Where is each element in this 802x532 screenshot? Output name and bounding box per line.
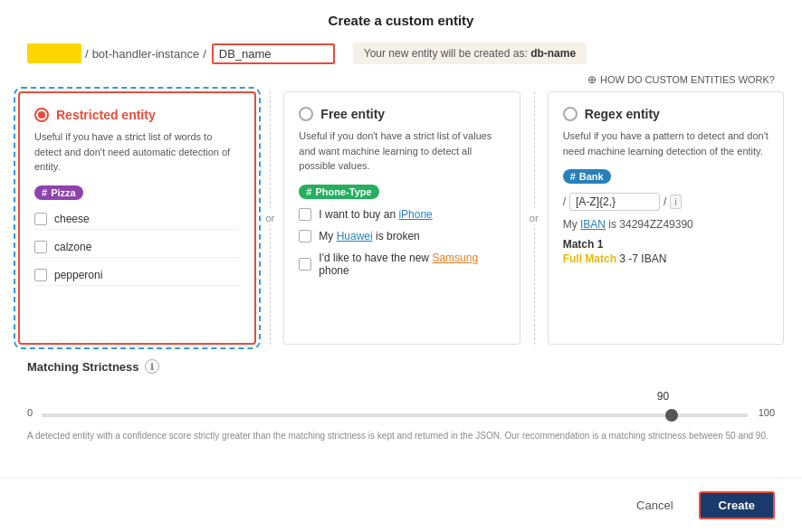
restricted-card-title: Restricted entity bbox=[56, 108, 156, 122]
help-text: HOW DO CUSTOM ENTITIES WORK? bbox=[600, 74, 775, 85]
strictness-note: A detected entity with a confidence scor… bbox=[27, 430, 775, 442]
slider-min-label: 0 bbox=[27, 407, 42, 418]
regex-card-title: Regex entity bbox=[585, 107, 660, 121]
strictness-info-icon[interactable]: ℹ bbox=[145, 359, 159, 374]
list-item: I want to buy an iPhone bbox=[299, 208, 504, 221]
breadcrumb-instance: bot-handler-instance bbox=[92, 47, 200, 61]
calzone-label: calzone bbox=[54, 241, 91, 253]
iphone-text: I want to buy an iPhone bbox=[319, 208, 432, 221]
entity-name-input[interactable] bbox=[219, 47, 328, 61]
regex-flag: i bbox=[670, 195, 681, 209]
list-item: cheese bbox=[34, 209, 240, 230]
match-detail: Full Match 3 -7 IBAN bbox=[563, 252, 769, 265]
match-iban-label: IBAN bbox=[641, 252, 666, 265]
list-item: I'd like to have the new Samsung phone bbox=[299, 252, 504, 277]
free-tag: # Phone-Type bbox=[299, 185, 378, 199]
create-button[interactable]: Create bbox=[699, 491, 775, 519]
match-range: 3 -7 bbox=[619, 252, 641, 265]
huawei-highlight: Huawei bbox=[337, 230, 373, 242]
entity-preview: Your new entity will be created as: db-n… bbox=[353, 43, 587, 64]
tag-hash: # bbox=[42, 187, 47, 198]
free-card-title: Free entity bbox=[320, 107, 385, 121]
breadcrumb: / bot-handler-instance / Your new entity… bbox=[0, 37, 802, 70]
list-item: calzone bbox=[34, 237, 240, 258]
cheese-label: cheese bbox=[54, 213, 90, 225]
strictness-label: Matching Strictness bbox=[27, 360, 139, 374]
regex-card-desc: Useful if you have a pattern to detect a… bbox=[563, 128, 769, 158]
free-entity-card[interactable]: Free entity Useful if you don't have a s… bbox=[283, 91, 520, 345]
help-row: ⊕ HOW DO CUSTOM ENTITIES WORK? bbox=[0, 70, 802, 91]
match-full-label: Full Match bbox=[563, 252, 616, 265]
divider-1: or bbox=[256, 91, 283, 345]
help-link[interactable]: ⊕ HOW DO CUSTOM ENTITIES WORK? bbox=[587, 73, 775, 86]
iphone-checkbox[interactable] bbox=[299, 208, 311, 221]
cards-container: Restricted entity Useful if you have a s… bbox=[0, 91, 802, 345]
cancel-button[interactable]: Cancel bbox=[622, 493, 687, 518]
divider-1-label: or bbox=[262, 211, 278, 225]
tag-label: Pizza bbox=[51, 187, 76, 198]
strictness-header: Matching Strictness ℹ bbox=[27, 359, 775, 374]
breadcrumb-sep1: / bbox=[85, 47, 89, 61]
regex-input[interactable] bbox=[569, 193, 660, 211]
regex-preview-text: My IBAN is 34294ZZ49390 bbox=[563, 218, 769, 231]
pepperoni-checkbox[interactable] bbox=[34, 269, 47, 281]
bank-tag-hash: # bbox=[570, 171, 576, 182]
huawei-checkbox[interactable] bbox=[299, 230, 311, 242]
cheese-checkbox[interactable] bbox=[34, 213, 47, 225]
free-card-desc: Useful if you don't have a strict list o… bbox=[299, 128, 504, 174]
regex-prefix: / bbox=[563, 195, 566, 208]
regex-suffix: / bbox=[664, 195, 666, 208]
preview-prefix: Your new entity will be created as: bbox=[364, 47, 528, 60]
regex-card-header: Regex entity bbox=[563, 107, 769, 121]
strictness-slider[interactable] bbox=[42, 413, 748, 417]
regex-radio[interactable] bbox=[563, 107, 578, 121]
match-title: Match 1 bbox=[563, 238, 769, 251]
strictness-section: Matching Strictness ℹ 0 90 100 A detecte… bbox=[0, 345, 802, 442]
slider-max-label: 100 bbox=[748, 407, 775, 418]
free-radio[interactable] bbox=[299, 107, 313, 121]
pepperoni-label: pepperoni bbox=[54, 269, 102, 281]
iphone-highlight: iPhone bbox=[398, 208, 432, 221]
restricted-card-desc: Useful if you have a strict list of word… bbox=[34, 129, 240, 175]
list-item: pepperoni bbox=[34, 265, 240, 286]
regex-tag: # Bank bbox=[563, 169, 611, 184]
breadcrumb-sep2: / bbox=[203, 47, 206, 61]
restricted-tag: # Pizza bbox=[34, 185, 83, 200]
samsung-checkbox[interactable] bbox=[299, 258, 311, 271]
samsung-highlight: Samsung bbox=[432, 252, 478, 264]
breadcrumb-home[interactable] bbox=[27, 43, 81, 63]
phone-tag-hash: # bbox=[306, 186, 311, 197]
calzone-checkbox[interactable] bbox=[34, 241, 47, 253]
help-icon: ⊕ bbox=[587, 73, 597, 86]
divider-2: or bbox=[520, 91, 548, 345]
huawei-text: My Huawei is broken bbox=[319, 230, 419, 242]
regex-entity-card[interactable]: Regex entity Useful if you have a patter… bbox=[548, 91, 784, 345]
preview-value: db-name bbox=[530, 47, 576, 60]
divider-2-label: or bbox=[526, 211, 542, 225]
match-section: Match 1 Full Match 3 -7 IBAN bbox=[563, 238, 769, 265]
restricted-card-header: Restricted entity bbox=[34, 108, 240, 122]
entity-name-input-wrapper bbox=[212, 43, 335, 64]
slider-current-value: 90 bbox=[657, 390, 669, 403]
samsung-text: I'd like to have the new Samsung phone bbox=[319, 252, 504, 277]
footer-bar: Cancel Create bbox=[0, 478, 802, 532]
list-item: My Huawei is broken bbox=[299, 230, 504, 242]
iban-highlight: IBAN bbox=[580, 218, 606, 231]
phone-tag-label: Phone-Type bbox=[315, 186, 371, 197]
regex-input-row: / / i bbox=[563, 193, 769, 211]
restricted-radio[interactable] bbox=[34, 108, 49, 122]
restricted-entity-card[interactable]: Restricted entity Useful if you have a s… bbox=[18, 91, 256, 345]
bank-tag-label: Bank bbox=[579, 171, 604, 182]
page-title: Create a custom entity bbox=[0, 0, 802, 37]
restricted-radio-inner bbox=[38, 111, 45, 119]
free-card-header: Free entity bbox=[299, 107, 504, 121]
